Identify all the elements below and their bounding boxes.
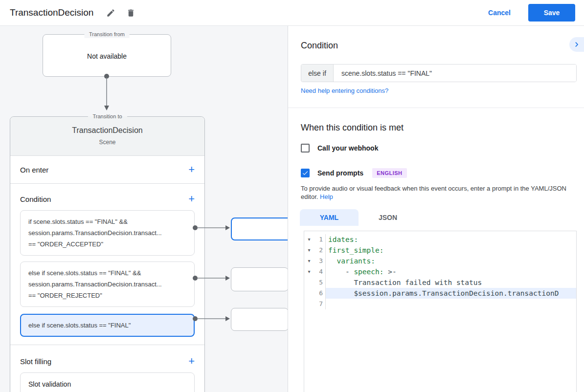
condition-input[interactable]	[334, 65, 576, 82]
scene-editor: TransactionDecision Cancel Save Transiti…	[0, 0, 584, 392]
help-link[interactable]: Help	[320, 193, 333, 200]
code-text: variants:	[337, 257, 375, 265]
fold-arrow-icon[interactable]: ▾	[304, 234, 314, 245]
condition-detail-panel: Condition else if Need help entering con…	[288, 26, 584, 392]
delete-scene-button[interactable]	[124, 6, 137, 20]
transition-target-box-1[interactable]	[231, 218, 288, 240]
flow-canvas: Transition from Not available Transition…	[0, 26, 288, 392]
condition-line: if scene.slots.status == "FINAL" &&	[28, 216, 186, 227]
editor-line: ▾ 1 idates:	[304, 234, 576, 245]
fold-arrow-icon[interactable]: ▾	[304, 256, 314, 266]
editor-line-active: 6 $session.params.TransactionDecision.tr…	[304, 288, 576, 299]
call-webhook-checkbox[interactable]	[301, 144, 310, 152]
condition-card-order-rejected[interactable]: else if scene.slots.status == "FINAL" &&…	[20, 261, 195, 307]
prompt-hint-text: To provide audio or visual feedback when…	[301, 185, 566, 200]
scene-header[interactable]: TransactionDecision Scene	[10, 117, 204, 156]
on-enter-label: On enter	[20, 166, 48, 174]
add-on-enter-button[interactable]: +	[185, 163, 198, 176]
condition-input-group: else if	[301, 64, 577, 82]
collapse-panel-button[interactable]	[569, 37, 584, 52]
line-number: 3	[314, 256, 326, 266]
panel-divider	[288, 108, 584, 108]
condition-line: == "ORDER_ACCEPTED"	[28, 239, 186, 250]
line-number: 5	[314, 277, 326, 288]
scene-title: TransactionDecision	[10, 126, 204, 135]
condition-section-label: Condition	[20, 195, 51, 203]
fold-arrow-icon[interactable]: ▾	[304, 266, 314, 277]
webhook-row: Call your webhook	[301, 144, 378, 152]
prompt-hint: To provide audio or visual feedback when…	[301, 184, 578, 201]
editor-line: ▾ 4 - speech: >-	[304, 266, 576, 277]
transition-from-value: Not available	[43, 52, 171, 60]
condition-line: session.params.TransactionDecision.trans…	[28, 279, 186, 290]
condition-line: else if scene.slots.status == "FINAL"	[28, 320, 186, 331]
condition-line: == "ORDER_REJECTED"	[28, 290, 186, 301]
condition-section: Condition + if scene.slots.status == "FI…	[10, 184, 204, 345]
send-prompts-checkbox[interactable]	[301, 169, 310, 177]
transition-from-legend: Transition from	[84, 31, 130, 38]
condition-heading: Condition	[301, 41, 338, 51]
condition-line: else if scene.slots.status == "FINAL" &&	[28, 267, 186, 279]
condition-help-link[interactable]: Need help entering conditions?	[301, 87, 388, 94]
line-number: 2	[314, 245, 326, 256]
add-condition-button[interactable]: +	[185, 193, 198, 205]
scene-subtitle: Scene	[10, 139, 204, 146]
editor-line: ▾ 3 variants:	[304, 256, 576, 266]
fold-arrow-icon[interactable]: ▾	[304, 245, 314, 256]
yaml-editor[interactable]: ▾ 1 idates: ▾ 2 first_simple: ▾ 3 varian…	[304, 231, 577, 392]
line-number: 7	[314, 299, 326, 309]
transition-target-box-3[interactable]	[231, 308, 288, 331]
transition-to-legend: Transition to	[88, 113, 127, 120]
condition-card-selected[interactable]: else if scene.slots.status == "FINAL"	[20, 314, 195, 337]
slot-filling-label: Slot filling	[20, 357, 51, 366]
check-icon	[302, 170, 309, 176]
slot-filling-section: Slot filling + Slot validation	[10, 345, 204, 392]
editor-tabs: YAML JSON	[300, 209, 417, 226]
cancel-button[interactable]: Cancel	[488, 9, 511, 17]
chevron-right-icon	[572, 40, 582, 49]
page-title: TransactionDecision	[10, 7, 93, 18]
editor-line: ▾ 2 first_simple:	[304, 245, 576, 256]
condition-line: session.params.TransactionDecision.trans…	[28, 227, 186, 239]
send-prompts-row: Send prompts ENGLISH	[301, 168, 407, 178]
top-bar: TransactionDecision Cancel Save	[0, 0, 584, 26]
trash-icon	[126, 8, 135, 18]
line-number: 4	[314, 266, 326, 277]
line-number: 6	[314, 288, 326, 299]
transition-to-box: Transition to TransactionDecision Scene …	[10, 116, 205, 392]
editor-line: 5 Transaction failed with status	[304, 277, 576, 288]
code-text: idates:	[328, 236, 358, 243]
code-text: speech:	[354, 268, 383, 276]
pencil-icon	[106, 8, 115, 18]
call-webhook-label: Call your webhook	[317, 144, 378, 152]
transition-from-box[interactable]: Transition from Not available	[43, 34, 171, 77]
code-text: first_simple:	[328, 246, 384, 254]
save-button[interactable]: Save	[528, 4, 575, 22]
condition-card-order-accepted[interactable]: if scene.slots.status == "FINAL" && sess…	[20, 210, 195, 256]
edit-scene-button[interactable]	[104, 6, 117, 20]
line-number: 1	[314, 234, 326, 245]
when-condition-heading: When this condition is met	[301, 123, 404, 133]
language-badge: ENGLISH	[372, 168, 406, 178]
on-enter-section: On enter +	[10, 156, 204, 184]
send-prompts-label: Send prompts	[317, 169, 363, 177]
code-text: $session.params.TransactionDecision.tran…	[326, 288, 576, 299]
slot-validation-card[interactable]: Slot validation	[20, 372, 195, 392]
editor-line: 7	[304, 299, 576, 309]
tab-yaml[interactable]: YAML	[300, 209, 359, 226]
add-slot-button[interactable]: +	[185, 355, 198, 368]
slot-validation-label: Slot validation	[28, 380, 71, 388]
code-text: Transaction failed with status	[326, 277, 576, 288]
transition-target-box-2[interactable]	[231, 267, 288, 291]
condition-prefix: else if	[301, 65, 334, 82]
tab-json[interactable]: JSON	[359, 209, 417, 226]
